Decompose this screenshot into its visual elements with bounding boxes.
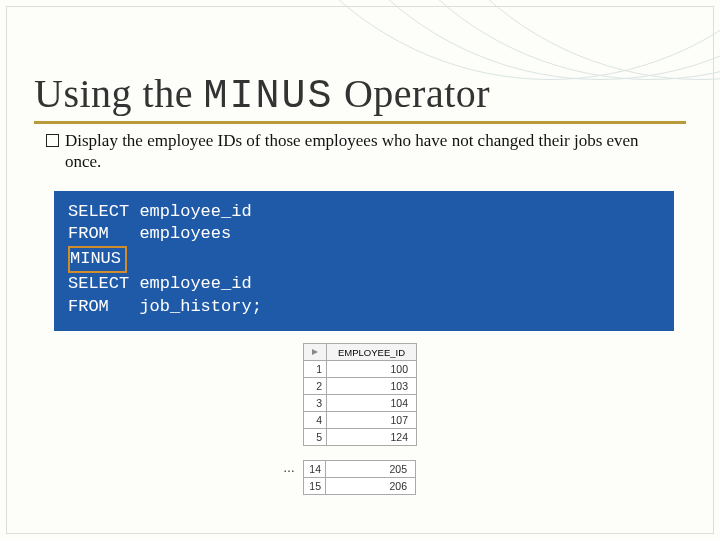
bullet-icon <box>46 134 59 147</box>
title-underline <box>34 121 686 124</box>
result-table-bottom: 14205 15206 <box>303 460 416 495</box>
code-line: SELECT employee_id <box>68 273 660 296</box>
column-header: EMPLOYEE_ID <box>327 344 417 361</box>
bullet-row: Display the employee IDs of those employ… <box>0 130 720 173</box>
code-line: SELECT employee_id <box>68 201 660 224</box>
table-row: 4107 <box>304 412 417 429</box>
slide-title: Using the MINUS Operator <box>0 0 720 119</box>
slide: Using the MINUS Operator Display the emp… <box>0 0 720 540</box>
minus-highlight: MINUS <box>68 246 127 273</box>
table-row: 3104 <box>304 395 417 412</box>
code-line-minus: MINUS <box>68 246 660 273</box>
table-row: 2103 <box>304 378 417 395</box>
code-line: FROM employees <box>68 223 660 246</box>
result-area: EMPLOYEE_ID 1100 2103 3104 4107 5124 … 1… <box>0 343 720 495</box>
code-line: FROM job_history; <box>68 296 660 319</box>
svg-marker-0 <box>312 349 318 355</box>
row-selector-corner <box>304 344 327 361</box>
table-row: 14205 <box>304 461 416 478</box>
title-mono: MINUS <box>203 74 333 119</box>
table-row: 5124 <box>304 429 417 446</box>
sql-code-block: SELECT employee_id FROM employees MINUS … <box>54 191 674 332</box>
title-post: Operator <box>344 71 490 116</box>
ellipsis: … <box>283 461 295 475</box>
bullet-text: Display the employee IDs of those employ… <box>65 130 674 173</box>
table-row: 15206 <box>304 478 416 495</box>
triangle-icon <box>310 347 320 357</box>
result-table-top: EMPLOYEE_ID 1100 2103 3104 4107 5124 <box>303 343 417 446</box>
table-row: 1100 <box>304 361 417 378</box>
title-pre: Using the <box>34 71 193 116</box>
